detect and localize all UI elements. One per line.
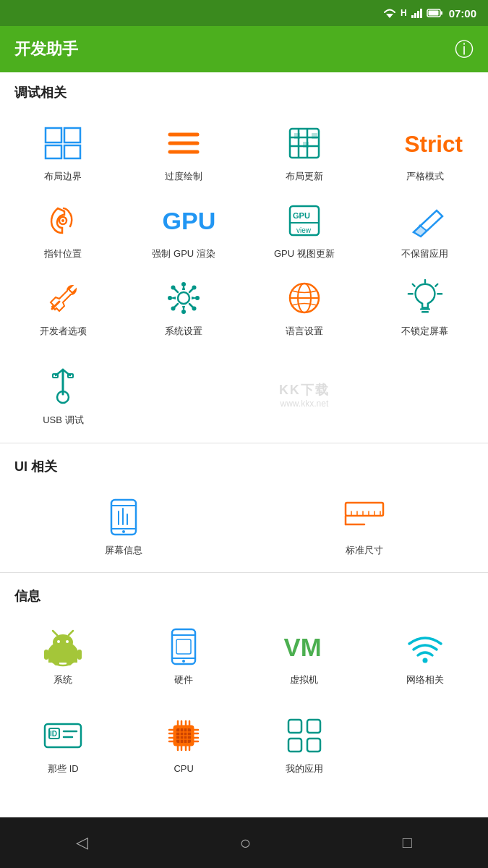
svg-rect-81 bbox=[48, 650, 77, 663]
info-icon[interactable]: ⓘ bbox=[455, 37, 474, 62]
label-gpu-view: GPU 视图更新 bbox=[274, 248, 335, 260]
gpu-view-icon: GPU view bbox=[283, 199, 326, 242]
svg-rect-88 bbox=[77, 650, 82, 660]
svg-rect-9 bbox=[64, 128, 80, 142]
debug-grid: 布局边界 过度绘制 bbox=[0, 107, 488, 351]
item-pointer[interactable]: 指针位置 bbox=[3, 190, 124, 268]
label-lang-settings: 语言设置 bbox=[286, 326, 323, 338]
svg-line-85 bbox=[53, 631, 57, 635]
item-layout-update[interactable]: 布局更新 bbox=[244, 113, 365, 190]
svg-point-41 bbox=[192, 306, 197, 310]
item-network[interactable]: 网络相关 bbox=[364, 616, 485, 694]
strict-icon: Strict bbox=[403, 122, 447, 165]
section-debug-header: 调试相关 bbox=[0, 72, 488, 107]
item-gpu-render[interactable]: GPU 强制 GPU 渲染 bbox=[124, 190, 244, 268]
overdraw-icon bbox=[162, 122, 205, 165]
bulb-icon bbox=[403, 276, 447, 320]
cpu-icon bbox=[162, 714, 205, 757]
svg-line-51 bbox=[435, 284, 437, 286]
item-system[interactable]: 系统 bbox=[3, 616, 124, 694]
svg-point-94 bbox=[182, 660, 185, 663]
section-info-header: 信息 bbox=[0, 576, 488, 610]
item-screen-info[interactable]: 屏幕信息 bbox=[3, 487, 244, 564]
item-no-lock[interactable]: 不锁定屏幕 bbox=[364, 268, 485, 345]
svg-text:VM: VM bbox=[283, 634, 321, 661]
item-strict-mode[interactable]: Strict 严格模式 bbox=[364, 113, 485, 190]
svg-point-84 bbox=[66, 640, 69, 643]
item-overdraw[interactable]: 过度绘制 bbox=[124, 113, 244, 190]
svg-rect-2 bbox=[414, 13, 416, 18]
app-title: 开发助手 bbox=[14, 38, 78, 60]
item-usb-debug[interactable]: USB 调试 bbox=[3, 357, 124, 434]
item-hardware[interactable]: 硬件 bbox=[124, 616, 244, 694]
svg-rect-129 bbox=[288, 739, 301, 752]
layout-update-icon bbox=[283, 122, 326, 165]
phone-icon bbox=[162, 625, 205, 668]
label-ids: 那些 ID bbox=[48, 763, 79, 775]
main-content: 调试相关 布局边界 过度绘制 bbox=[0, 72, 488, 817]
label-dev-options: 开发者选项 bbox=[40, 326, 87, 338]
divider-info bbox=[0, 572, 488, 573]
status-bar: H 07:00 bbox=[0, 0, 488, 26]
item-no-save[interactable]: 不保留应用 bbox=[364, 190, 485, 268]
svg-text:Strict: Strict bbox=[404, 131, 463, 157]
info-grid-2: ID 那些 ID bbox=[0, 699, 488, 788]
svg-point-43 bbox=[171, 306, 176, 310]
svg-rect-89 bbox=[54, 661, 59, 665]
svg-point-63 bbox=[122, 530, 125, 533]
label-vm: 虚拟机 bbox=[290, 674, 318, 686]
wrench-icon bbox=[41, 276, 85, 320]
divider-ui bbox=[0, 443, 488, 443]
label-system: 系统 bbox=[53, 674, 72, 686]
home-button[interactable]: ○ bbox=[218, 825, 273, 861]
svg-rect-128 bbox=[307, 720, 320, 733]
empty-cell bbox=[364, 705, 485, 783]
svg-rect-1 bbox=[411, 15, 414, 18]
gpu-render-icon: GPU bbox=[162, 199, 205, 242]
svg-point-35 bbox=[178, 292, 189, 304]
item-sys-settings[interactable]: 系统设置 bbox=[124, 268, 244, 345]
label-my-apps: 我的应用 bbox=[286, 763, 323, 775]
item-vm[interactable]: VM 虚拟机 bbox=[244, 616, 365, 694]
svg-point-39 bbox=[195, 296, 200, 300]
label-strict-mode: 严格模式 bbox=[406, 171, 444, 183]
recent-button[interactable]: □ bbox=[381, 826, 434, 859]
svg-point-42 bbox=[192, 285, 197, 289]
svg-point-40 bbox=[171, 285, 176, 289]
item-ids[interactable]: ID 那些 ID bbox=[3, 705, 124, 783]
svg-rect-130 bbox=[307, 739, 320, 752]
debug-grid-2: USB 调试 KK下载 www.kkx.net bbox=[0, 351, 488, 440]
svg-text:ID: ID bbox=[50, 730, 57, 738]
label-hardware: 硬件 bbox=[174, 674, 193, 686]
app-bar: 开发助手 ⓘ bbox=[0, 26, 488, 72]
svg-rect-87 bbox=[44, 650, 48, 660]
item-std-size[interactable]: 标准尺寸 bbox=[244, 487, 486, 564]
svg-point-82 bbox=[53, 634, 73, 650]
svg-marker-0 bbox=[386, 14, 393, 18]
item-gpu-view[interactable]: GPU view GPU 视图更新 bbox=[244, 190, 365, 268]
watermark-area: KK下载 www.kkx.net bbox=[124, 357, 485, 434]
svg-rect-95 bbox=[176, 639, 191, 654]
svg-point-25 bbox=[61, 219, 64, 222]
item-cpu[interactable]: CPU bbox=[124, 705, 244, 783]
label-layout-update: 布局更新 bbox=[286, 171, 323, 183]
label-overdraw: 过度绘制 bbox=[165, 171, 202, 183]
label-std-size: 标准尺寸 bbox=[346, 545, 383, 557]
wifi-icon bbox=[403, 625, 447, 668]
item-lang-settings[interactable]: 语言设置 bbox=[244, 268, 365, 345]
back-button[interactable]: ◁ bbox=[54, 826, 110, 859]
svg-text:GPU: GPU bbox=[293, 211, 310, 220]
status-icons: H bbox=[383, 8, 443, 18]
item-layout-border[interactable]: 布局边界 bbox=[3, 113, 124, 190]
svg-rect-8 bbox=[46, 128, 61, 142]
info-grid-1: 系统 硬件 VM 虚拟机 bbox=[0, 610, 488, 699]
svg-line-86 bbox=[69, 631, 73, 635]
item-dev-options[interactable]: 开发者选项 bbox=[3, 268, 124, 345]
globe-icon bbox=[283, 276, 326, 320]
svg-point-97 bbox=[422, 658, 427, 663]
watermark-line1: KK下载 bbox=[279, 381, 330, 399]
svg-point-83 bbox=[57, 640, 60, 643]
screen-icon bbox=[102, 495, 145, 539]
watermark-line2: www.kkx.net bbox=[281, 399, 329, 409]
item-my-apps[interactable]: 我的应用 bbox=[244, 705, 365, 783]
